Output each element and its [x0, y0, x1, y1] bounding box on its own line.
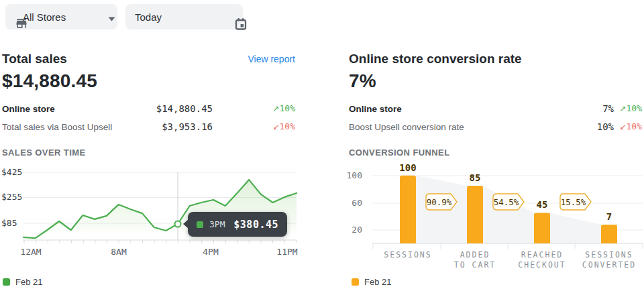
conversion-title: Online store conversion rate	[349, 52, 522, 66]
metric-label: Total sales via Boost Upsell	[2, 122, 112, 132]
tooltip-time: 3PM	[209, 219, 225, 229]
trend-up-icon: ↗	[272, 104, 279, 113]
metric-value: 7%	[602, 103, 614, 114]
legend-label: Feb 21	[364, 277, 391, 287]
stage-rate-value: 90.9%	[427, 197, 452, 207]
analytics-dashboard: All Stores Today Total sales View report…	[0, 0, 644, 289]
tooltip-value: $380.45	[233, 219, 278, 231]
metric-row: Boost Upsell conversion rate 10% ↙10%	[349, 121, 642, 135]
metric-value: 10%	[597, 121, 614, 132]
date-filter-label: Today	[135, 11, 162, 23]
bar-value-label: 85	[458, 172, 492, 183]
trend-up-icon: ↗	[619, 104, 626, 113]
metric-label: Online store	[349, 104, 402, 114]
funnel-category-label: SESSIONS	[371, 250, 445, 260]
view-report-link[interactable]: View report	[248, 54, 295, 64]
date-filter-button[interactable]: Today	[125, 4, 243, 30]
metric-value: $14,880.45	[156, 103, 213, 114]
conversion-funnel-heading: CONVERSION FUNNEL	[349, 148, 450, 158]
delta-value: 10%	[280, 121, 295, 131]
funnel-bar	[534, 213, 550, 243]
legend-swatch-orange	[352, 278, 359, 286]
store-filter-label: All Stores	[23, 11, 66, 23]
metric-value: $3,953.16	[162, 121, 213, 132]
trend-down-icon: ↙	[619, 122, 626, 131]
legend-label: Feb 21	[15, 277, 42, 287]
bar-value-label: 100	[391, 162, 425, 173]
chart-tooltip: 3PM $380.45	[188, 212, 287, 237]
funnel-category-label: ADDEDTO CART	[438, 250, 512, 270]
store-filter-button[interactable]: All Stores	[5, 4, 117, 30]
x-tick-label: 8AM	[100, 247, 138, 257]
funnel-bar	[400, 176, 416, 243]
sales-legend-item[interactable]: Feb 21	[3, 277, 42, 287]
funnel-bar	[601, 225, 617, 243]
bar-value-label: 7	[592, 211, 626, 222]
sales-line-chart	[0, 164, 302, 258]
total-sales-title: Total sales	[2, 52, 67, 66]
x-tick-label: 11PM	[268, 247, 306, 257]
conversion-value: 7%	[349, 70, 376, 92]
delta-value: 10%	[280, 103, 295, 113]
stage-rate-value: 15.5%	[561, 197, 586, 207]
metric-label: Online store	[2, 104, 55, 114]
delta-badge: ↙10%	[272, 121, 295, 131]
bar-value-label: 45	[525, 199, 559, 210]
trend-down-icon: ↙	[272, 122, 279, 131]
x-tick-label: 4PM	[192, 247, 229, 257]
stage-rate-value: 54.5%	[494, 197, 519, 207]
delta-value: 10%	[627, 103, 642, 113]
delta-badge: ↙10%	[619, 121, 642, 131]
metric-row: Online store 7% ↗10%	[349, 103, 642, 117]
funnel-legend-item[interactable]: Feb 21	[352, 277, 391, 287]
delta-badge: ↗10%	[619, 103, 642, 113]
funnel-category-label: SESSIONSCONVERTED	[572, 250, 644, 270]
delta-badge: ↗10%	[272, 103, 295, 113]
legend-swatch-green	[3, 278, 10, 286]
total-sales-value: $14,880.45	[2, 70, 97, 92]
x-tick-label: 12AM	[12, 247, 50, 257]
funnel-bar	[467, 186, 483, 243]
metric-label: Boost Upsell conversion rate	[349, 122, 464, 132]
metric-row: Total sales via Boost Upsell $3,953.16 ↙…	[2, 121, 295, 135]
sales-over-time-heading: SALES OVER TIME	[2, 148, 85, 158]
funnel-category-label: REACHEDCHECKOUT	[505, 250, 579, 270]
delta-value: 10%	[627, 121, 642, 131]
metric-row: Online store $14,880.45 ↗10%	[2, 103, 295, 117]
series-swatch	[197, 221, 203, 228]
